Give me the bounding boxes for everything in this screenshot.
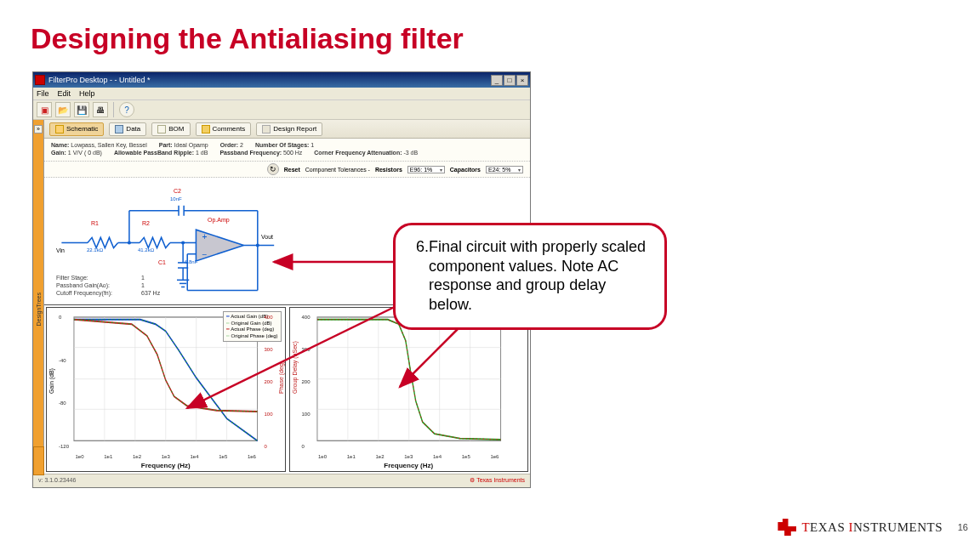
r1-label: R1 — [91, 220, 99, 226]
window-buttons: _ □ × — [491, 75, 528, 86]
ti-footer-icon: ⚙ Texas Instruments — [470, 477, 525, 484]
tab-bom[interactable]: BOM — [151, 122, 190, 136]
callout-text: Final circuit with properly scaled compo… — [429, 237, 649, 314]
tab-design-report[interactable]: Design Report — [256, 122, 322, 136]
menu-help[interactable]: Help — [79, 89, 95, 98]
print-icon[interactable]: 🖶 — [93, 102, 108, 117]
chart2-xlabel: Frequency (Hz) — [384, 462, 433, 469]
app-icon — [35, 75, 45, 85]
report-icon — [262, 125, 271, 133]
capacitors-label: Capacitors — [450, 167, 481, 173]
charts-row: ━ Actual Gain (dB) ┄ Original Gain (dB) … — [44, 305, 530, 474]
r2-value: 41.2kΩ — [138, 247, 154, 253]
callout-box: 6. Final circuit with properly scaled co… — [393, 223, 667, 330]
c1-value: 6.8nF — [185, 259, 197, 264]
group-delay-chart: ━ Actual Group Delay (uSec) ┄ Original G… — [289, 307, 529, 472]
ti-brand-text: TEXAS INSTRUMENTS — [801, 520, 943, 535]
info-ripple: 1 dB — [196, 150, 208, 156]
chart1-xlabel: Frequency (Hz) — [141, 462, 191, 469]
new-file-icon[interactable]: ▣ — [37, 102, 52, 117]
menu-file[interactable]: File — [37, 89, 49, 98]
toolbar: ▣ 📂 💾 🖶 ? — [33, 100, 530, 120]
chart1-ylabel-right: Phase (deg) — [277, 385, 283, 394]
info-name: Lowpass, Sallen Key, Bessel — [71, 142, 146, 148]
tab-data[interactable]: Data — [109, 122, 146, 136]
tolerance-panel: ↻ Reset Component Tolerances - Resistors… — [44, 162, 530, 178]
comments-icon — [202, 125, 210, 133]
save-icon[interactable]: 💾 — [74, 102, 89, 117]
help-icon[interactable]: ? — [119, 102, 134, 117]
tab-comments[interactable]: Comments — [196, 122, 252, 136]
titlebar: FilterPro Desktop - - Untitled * _ □ × — [33, 72, 530, 88]
ti-brand-logo: TEXAS INSTRUMENTS — [778, 519, 943, 536]
opamp-label: Op.Amp — [208, 217, 230, 223]
close-button[interactable]: × — [516, 75, 528, 86]
tolerance-label: Component Tolerances - — [305, 167, 370, 173]
info-part: Ideal Opamp — [174, 142, 208, 148]
resistors-select[interactable]: E96: 1% — [407, 166, 445, 173]
svg-point-25 — [181, 241, 185, 244]
tabbar: Schematic Data BOM Comments Design Repor… — [44, 120, 530, 139]
chart1-ylabel-left: Gain (dB) — [48, 385, 54, 394]
c2-value: 10nF — [170, 196, 182, 202]
gain-phase-chart: ━ Actual Gain (dB) ┄ Original Gain (dB) … — [46, 307, 286, 472]
data-icon — [115, 125, 123, 133]
sidebar-collapse-icon[interactable]: » — [34, 125, 43, 133]
tab-schematic[interactable]: Schematic — [49, 122, 104, 136]
open-icon[interactable]: 📂 — [55, 102, 71, 117]
info-order: 2 — [240, 142, 243, 148]
maximize-button[interactable]: □ — [504, 75, 516, 86]
reset-label: Reset — [284, 167, 300, 173]
sidebar-tab-designtrees[interactable]: DesignTrees — [36, 287, 42, 331]
c1-label: C1 — [158, 259, 166, 265]
menu-edit[interactable]: Edit — [58, 89, 71, 98]
c2-label: C2 — [174, 188, 181, 194]
reset-icon[interactable]: ↻ — [267, 163, 279, 175]
svg-point-24 — [128, 241, 131, 244]
svg-text:+: + — [202, 232, 208, 241]
vin-label: Vin — [56, 247, 65, 253]
version-text: v: 3.1.0.23446 — [38, 477, 76, 483]
r1-value: 22.1kΩ — [87, 247, 103, 253]
callout-number: 6. — [416, 237, 429, 314]
svg-point-26 — [256, 243, 259, 247]
sidebar: » DesignTrees — [33, 120, 44, 474]
statusbar: v: 3.1.0.23446 ⚙ Texas Instruments — [33, 474, 530, 486]
capacitors-select[interactable]: E24: 5% — [486, 166, 523, 173]
svg-text:−: − — [202, 250, 208, 259]
info-passband: 500 Hz — [283, 150, 302, 156]
schematic-icon — [55, 125, 64, 133]
r2-label: R2 — [142, 220, 150, 226]
menubar: File Edit Help — [33, 88, 530, 100]
bom-icon — [157, 125, 166, 133]
info-stages: 1 — [311, 142, 314, 148]
window-title: FilterPro Desktop - - Untitled * — [48, 76, 491, 84]
info-gain: 1 V/V ( 0 dB) — [68, 150, 102, 156]
filter-info-panel: Name: Lowpass, Sallen Key, Bessel Part: … — [44, 139, 530, 162]
vout-label: Vout — [261, 234, 273, 240]
sidebar-accent — [33, 446, 44, 475]
minimize-button[interactable]: _ — [491, 75, 503, 86]
info-corner: -3 dB — [403, 150, 418, 156]
resistors-label: Resistors — [375, 167, 402, 173]
stage-info: Filter Stage:1 Passband Gain(Ao):1 Cutof… — [49, 271, 167, 303]
slide-title: Designing the Antialiasing filter — [31, 22, 464, 55]
ti-logo-icon — [778, 519, 796, 536]
chart2-ylabel: Group Delay (uSec) — [291, 385, 297, 394]
page-number: 16 — [958, 522, 968, 532]
